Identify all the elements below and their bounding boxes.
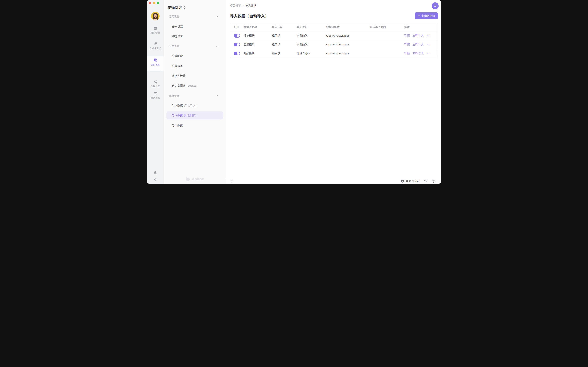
project-switcher[interactable]: 宠物商店 xyxy=(168,4,222,11)
share-icon xyxy=(153,80,157,84)
global-cookie-button[interactable]: 全局 Cookie xyxy=(401,179,420,183)
table-row: 订单模块 根目录 手动触发 OpenAPI/Swagger 详情 立即导入 xyxy=(230,31,438,40)
zoom-window-button[interactable] xyxy=(157,2,159,4)
enable-toggle[interactable] xyxy=(234,43,240,47)
cookie-icon xyxy=(401,179,404,183)
settings-sidebar: 宠物商店 通用设置 基本设置 功能设置 公共资源 公共响应 公共脚本 数据库连接… xyxy=(164,0,226,184)
menu-item-suffix: (Socket) xyxy=(187,84,197,87)
menu-item-shared-responses[interactable]: 公共响应 xyxy=(164,51,226,61)
more-actions-button[interactable] xyxy=(427,35,430,36)
chevron-up-icon xyxy=(216,16,219,17)
notifications-button[interactable] xyxy=(147,171,164,175)
rail-item-api-management[interactable]: 接口管理 xyxy=(147,26,164,34)
details-link[interactable]: 详情 xyxy=(404,52,410,55)
cell-import-group: 根目录 xyxy=(272,34,297,38)
theme-button[interactable] xyxy=(424,179,428,183)
bottom-bar-right: 全局 Cookie xyxy=(401,179,435,183)
rail-item-automation-test[interactable]: 自动化测试 xyxy=(147,42,164,50)
column-header-enabled: 启用 xyxy=(234,25,243,29)
rail-item-label: 自动化测试 xyxy=(150,47,161,50)
close-window-button[interactable] xyxy=(149,2,151,4)
page-title: 导入数据（自动导入） xyxy=(230,12,269,19)
gear-icon xyxy=(153,178,157,182)
details-link[interactable]: 详情 xyxy=(404,43,410,47)
row-actions: 详情 立即导入 xyxy=(404,43,438,47)
cell-import-time: 手动触发 xyxy=(297,43,326,47)
menu-item-label: 导入数据 xyxy=(172,114,183,117)
menu-item-feature-settings[interactable]: 功能设置 xyxy=(164,31,226,42)
bell-icon xyxy=(153,171,157,175)
page-title-row: 导入数据（自动导入） 新建数据源 xyxy=(226,12,441,19)
menu-item-database-connections[interactable]: 数据库连接 xyxy=(164,71,226,81)
details-link[interactable]: 详情 xyxy=(404,34,410,38)
menu-item-label: 自定义函数 xyxy=(172,84,186,88)
menu-item-import-data-auto[interactable]: 导入数据(自动同步) xyxy=(164,110,226,120)
help-button[interactable] xyxy=(432,179,435,183)
cell-datasource-name: 订单模块 xyxy=(243,34,272,38)
new-datasource-button-label: 新建数据源 xyxy=(422,14,435,18)
minimize-window-button[interactable] xyxy=(153,2,155,4)
section-shared-resources[interactable]: 公共资源 xyxy=(164,42,226,51)
menu-item-label: 导出数据 xyxy=(172,124,183,127)
settings-button[interactable] xyxy=(147,178,164,182)
help-icon xyxy=(432,179,435,183)
enable-toggle[interactable] xyxy=(234,34,240,38)
row-actions: 详情 立即导入 xyxy=(404,34,438,38)
enable-toggle[interactable] xyxy=(234,52,240,55)
menu-item-label: 数据库连接 xyxy=(172,74,186,78)
section-general-settings[interactable]: 通用设置 xyxy=(164,12,226,22)
menu-item-label: 功能设置 xyxy=(172,34,183,38)
ellipsis-icon xyxy=(427,35,430,36)
more-actions-button[interactable] xyxy=(427,53,430,54)
rail-item-online-share[interactable]: 在线分享 xyxy=(147,80,164,88)
bottom-bar: 全局 Cookie xyxy=(226,179,441,184)
cell-format: OpenAPI/Swagger xyxy=(326,43,370,46)
rail-item-label: 接口管理 xyxy=(151,31,160,34)
tshirt-icon xyxy=(424,179,428,183)
cell-format: OpenAPI/Swagger xyxy=(326,52,370,55)
more-actions-button[interactable] xyxy=(427,44,430,45)
menu-item-suffix: (自动同步) xyxy=(184,114,196,117)
project-settings-icon xyxy=(153,58,157,62)
collapse-sidebar-button[interactable] xyxy=(230,180,233,183)
breadcrumb-current: 导入数据 xyxy=(245,4,256,8)
cell-format: OpenAPI/Swagger xyxy=(326,34,370,37)
menu-item-label: 公共脚本 xyxy=(172,64,183,68)
chevron-up-icon xyxy=(216,95,219,97)
rail-item-invite-members[interactable]: 邀请成员 xyxy=(147,91,164,100)
global-cookie-label: 全局 Cookie xyxy=(406,179,420,183)
rail-item-project-settings[interactable]: 项目设置 xyxy=(147,58,164,66)
project-switcher-icon xyxy=(183,6,186,9)
plus-icon xyxy=(418,15,420,17)
refresh-button[interactable] xyxy=(432,2,439,9)
avatar-image xyxy=(151,12,160,20)
breadcrumb-parent[interactable]: 项目设置 xyxy=(230,4,241,8)
breadcrumb-separator: / xyxy=(243,4,243,7)
chevron-up-icon xyxy=(216,45,219,47)
section-label: 通用设置 xyxy=(169,15,179,18)
cell-datasource-name: 客服模型 xyxy=(243,43,272,47)
menu-item-shared-scripts[interactable]: 公共脚本 xyxy=(164,61,226,71)
ellipsis-icon xyxy=(427,53,430,54)
menu-item-import-data-manual[interactable]: 导入数据(手动导入) xyxy=(164,101,226,111)
double-chevron-left-icon xyxy=(230,180,233,183)
cell-import-time: 手动触发 xyxy=(297,34,326,38)
menu-item-export-data[interactable]: 导出数据 xyxy=(164,120,226,131)
section-label: 数据管理 xyxy=(169,94,179,98)
new-datasource-button[interactable]: 新建数据源 xyxy=(415,12,438,19)
main-content: 项目设置 / 导入数据 导入数据（自动导入） 新建数据源 xyxy=(226,0,441,184)
column-header-schedule: 导入时间 xyxy=(297,25,326,29)
column-header-format: 数据源格式 xyxy=(326,25,370,29)
rail-item-label: 在线分享 xyxy=(151,85,160,88)
window-controls xyxy=(149,2,159,4)
import-now-link[interactable]: 立即导入 xyxy=(413,43,424,47)
menu-item-basic-settings[interactable]: 基本设置 xyxy=(164,22,226,32)
section-label: 公共资源 xyxy=(169,44,179,48)
import-now-link[interactable]: 立即导入 xyxy=(413,34,424,38)
table-row: 商品模块 根目录 每隔 3 小时 OpenAPI/Swagger 详情 立即导入 xyxy=(230,49,438,58)
user-avatar[interactable] xyxy=(151,12,160,20)
menu-item-custom-functions[interactable]: 自定义函数(Socket) xyxy=(164,81,226,91)
section-data-management[interactable]: 数据管理 xyxy=(164,91,226,101)
import-now-link[interactable]: 立即导入 xyxy=(413,52,424,55)
project-name: 宠物商店 xyxy=(168,5,182,10)
